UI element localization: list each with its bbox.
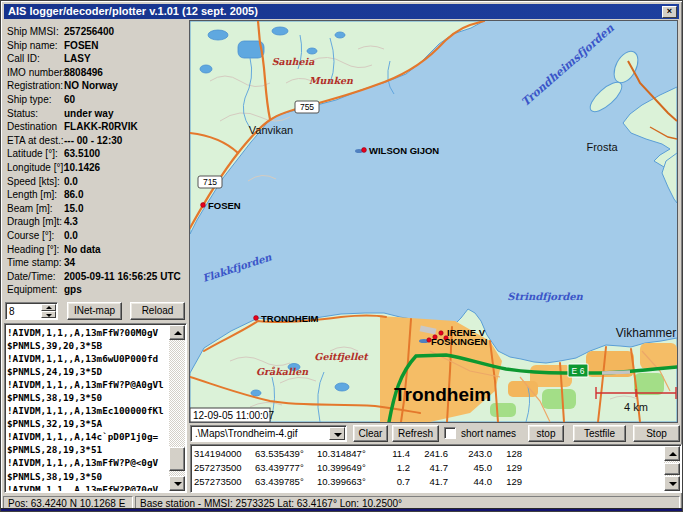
table-scrollbar-thumb[interactable]: [664, 463, 680, 475]
field-label: IMO number:: [7, 67, 65, 78]
spinner-up-icon[interactable]: [41, 304, 56, 311]
svg-text:4 km: 4 km: [624, 401, 648, 413]
svg-text:715: 715: [203, 177, 217, 187]
field-value: 257256400: [64, 26, 114, 37]
table-cell: 41.7: [410, 475, 448, 489]
map-timestamp: 12-09-05 11:00:07: [190, 408, 274, 422]
field-label: Ship MMSI:: [7, 26, 59, 37]
table-cell: 128: [492, 447, 522, 461]
testfile-button[interactable]: Testfile: [573, 425, 626, 442]
app-window: AIS logger/decoder/plotter v.1.01 (12 se…: [0, 0, 683, 512]
table-row[interactable]: 31419400063.535439°10.314847°11.4241.624…: [193, 447, 664, 461]
label-geitfjellet: Geitfjellet: [314, 351, 369, 363]
table-cell: 45.0: [448, 461, 492, 475]
field-value: 60: [64, 94, 75, 105]
map-view[interactable]: 755 715 E 6 4 km Trondheimsfjorden Flakk…: [189, 20, 678, 423]
reload-button[interactable]: Reload: [130, 302, 185, 320]
nmea-line[interactable]: !AIVDM,1,1,,A,13mEc100000fKl: [7, 404, 169, 417]
scroll-down-icon[interactable]: [664, 476, 680, 491]
info-row: Call ID:LASY: [7, 53, 187, 67]
nmea-scrollbar-thumb[interactable]: [169, 447, 185, 471]
field-value: 63.5100: [64, 148, 100, 159]
label-frosta: Frosta: [586, 141, 618, 153]
table-cell: 44.0: [448, 475, 492, 489]
info-row: Time stamp:34: [7, 257, 187, 271]
title-bar[interactable]: AIS logger/decoder/plotter v.1.01 (12 se…: [4, 4, 679, 19]
label-trondheim-city: Trondheim: [394, 384, 491, 405]
table-cell: 11.4: [383, 447, 410, 461]
table-scrollbar[interactable]: [664, 446, 680, 491]
message-count-spinner[interactable]: 8: [5, 302, 58, 320]
nmea-log-list[interactable]: !AIVDM,1,1,,A,13mFfW?00M0gV$PNMLS,39,20,…: [4, 323, 187, 493]
nmea-line[interactable]: $PNMLS,32,19,3*5A: [7, 417, 169, 430]
scroll-up-icon[interactable]: [664, 446, 680, 461]
field-label: Ship name:: [7, 40, 58, 51]
scroll-down-icon[interactable]: [169, 476, 185, 491]
label-sauheia: Sauheia: [272, 56, 315, 67]
refresh-button[interactable]: Refresh: [392, 425, 439, 442]
inet-map-button[interactable]: INet-map: [67, 302, 122, 320]
combo-dropdown-icon[interactable]: [329, 427, 345, 440]
field-label: Beam [m]:: [7, 203, 53, 214]
field-label: Course [°]:: [7, 230, 54, 241]
table-row[interactable]: 25727350063.439785°10.399663°0.741.744.0…: [193, 475, 664, 489]
nmea-line[interactable]: !AIVDM,1,1,,A,13mFfW?P@70gV: [7, 483, 169, 491]
field-value: under way: [64, 108, 113, 119]
info-row: Beam [m]:15.0: [7, 203, 187, 217]
field-value: gps: [64, 284, 82, 295]
table-cell: 129: [492, 475, 522, 489]
table-cell: 1.2: [383, 461, 410, 475]
field-label: Registration:: [7, 80, 63, 91]
window-bottom-edge: [1, 508, 682, 511]
nmea-line[interactable]: $PNMLS,39,20,3*5B: [7, 339, 169, 352]
nmea-line[interactable]: !AIVDM,1,1,,A,13mFfW?P@<0gV: [7, 456, 169, 469]
spinner-down-icon[interactable]: [41, 311, 56, 318]
info-row: Registration:NO Norway: [7, 80, 187, 94]
nmea-line[interactable]: $PNMLS,38,19,3*50: [7, 391, 169, 404]
field-value: FOSEN: [64, 40, 98, 51]
field-value: 4.3: [64, 216, 78, 227]
info-row: Ship type:60: [7, 94, 187, 108]
nmea-line[interactable]: $PNMLS,38,19,3*50: [7, 470, 169, 483]
nmea-line[interactable]: !AIVDM,1,1,,A,13mFfW?P@A0gVl: [7, 378, 169, 391]
stop-lower-button[interactable]: stop: [528, 425, 564, 442]
info-row: Longitude [°]:10.1426: [7, 162, 187, 176]
field-value: 0.0: [64, 176, 78, 187]
svg-text:WILSON GIJON: WILSON GIJON: [369, 145, 439, 156]
map-file-combobox[interactable]: .\Maps\Trondheim-4.gif: [190, 425, 347, 442]
svg-text:755: 755: [300, 102, 314, 112]
stop-upper-button[interactable]: Stop: [633, 425, 680, 442]
nmea-line[interactable]: !AIVDM,1,1,,A,13m6wU0P000fd: [7, 352, 169, 365]
table-cell: 63.439785°: [255, 475, 317, 489]
field-value: No data: [64, 244, 101, 255]
close-button[interactable]: ×: [662, 6, 677, 18]
nmea-line[interactable]: $PNMLS,24,19,3*5D: [7, 365, 169, 378]
info-row: Length [m]:86.0: [7, 189, 187, 203]
info-row: Ship MMSI:257256400: [7, 26, 187, 40]
nmea-line[interactable]: $PNMLS,28,19,3*51: [7, 443, 169, 456]
table-row[interactable]: 25727350063.439777°10.399649°1.241.745.0…: [193, 461, 664, 475]
ship-marker-trondheim[interactable]: TRONDHEIM: [254, 313, 319, 324]
road-shield-755: 755: [295, 101, 319, 113]
nmea-scrollbar[interactable]: [169, 325, 185, 491]
field-label: Longitude [°]:: [7, 162, 66, 173]
road-shield-e6: E 6: [568, 364, 588, 377]
spinner-value: 8: [9, 306, 15, 317]
nmea-line[interactable]: !AIVDM,1,1,,A,13mFfW?00M0gV: [7, 326, 169, 339]
scroll-up-icon[interactable]: [169, 325, 185, 340]
short-names-checkbox[interactable]: [444, 427, 456, 439]
table-cell: 314194000: [193, 447, 255, 461]
ship-table[interactable]: 31419400063.535439°10.314847°11.4241.624…: [190, 444, 682, 493]
nmea-lines: !AIVDM,1,1,,A,13mFfW?00M0gV$PNMLS,39,20,…: [7, 326, 169, 491]
field-label: Ship type:: [7, 94, 51, 105]
nmea-line[interactable]: !AIVDM,1,1,,A,14c`pD0P1j0g=: [7, 430, 169, 443]
table-cell: 63.535439°: [255, 447, 317, 461]
info-fields: Ship MMSI:257256400Ship name:FOSENCall I…: [7, 26, 187, 298]
label-strindfjorden: Strindfjorden: [507, 291, 583, 303]
label-vanvikan: Vanvikan: [249, 124, 293, 136]
close-icon: ×: [667, 6, 672, 16]
info-row: ETA at dest.:--- 00 - 12:30: [7, 135, 187, 149]
svg-text:TRONDHEIM: TRONDHEIM: [261, 313, 319, 324]
clear-button[interactable]: Clear: [353, 425, 388, 442]
field-label: Time stamp:: [7, 257, 62, 268]
